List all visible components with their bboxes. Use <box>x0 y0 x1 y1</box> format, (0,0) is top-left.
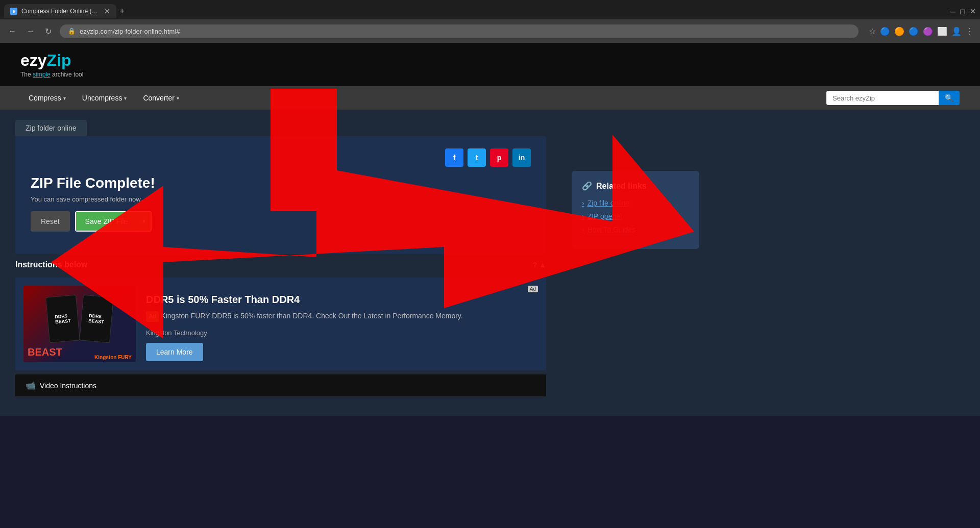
related-link-how-to-guides[interactable]: › How To Guides <box>582 225 689 234</box>
nav-converter[interactable]: Converter ▾ <box>135 88 187 108</box>
nav-uncompress[interactable]: Uncompress ▾ <box>74 88 135 108</box>
site-header: ezyZip The simple archive tool <box>0 43 980 86</box>
related-links-title: 🔗 Related links <box>582 181 689 191</box>
ad-image: DDR5BEAST DDR5BEAST BEAST Kingston FURY <box>23 286 136 362</box>
chevron-icon-2: › <box>582 212 584 220</box>
facebook-button[interactable]: f <box>445 148 463 167</box>
facebook-icon: f <box>453 154 456 162</box>
save-zip-group: Save ZIP File ▾ <box>75 211 152 232</box>
logo-ezy: ezy <box>20 51 47 69</box>
ad-badge-icon: Ad <box>149 312 156 321</box>
logo-tagline-simple: simple <box>33 71 51 78</box>
extensions-puzzle-icon[interactable]: ⬜ <box>937 27 947 36</box>
related-link-zip-file-online[interactable]: › Zip file online <box>582 199 689 207</box>
twitter-icon: t <box>476 154 478 162</box>
menu-icon[interactable]: ⋮ <box>966 27 974 36</box>
back-button[interactable]: ← <box>6 24 18 38</box>
close-window-icon[interactable]: ✕ <box>970 7 976 15</box>
tab-bar: e Compress Folder Online (No lim... ✕ + … <box>0 0 980 19</box>
ad-badge: Ad <box>146 311 159 322</box>
related-link-how-to-guides-label: How To Guides <box>587 225 636 234</box>
new-tab-button[interactable]: + <box>119 6 125 17</box>
reset-button[interactable]: Reset <box>31 211 70 232</box>
reload-button[interactable]: ↻ <box>43 24 54 38</box>
extension-icon-3[interactable]: 🔵 <box>909 27 919 36</box>
instructions-bar: Instructions below ? ▲ <box>15 254 546 273</box>
page-tab[interactable]: Zip folder online <box>15 120 87 136</box>
logo-zip: Zip <box>47 51 71 69</box>
uncompress-chevron-icon: ▾ <box>124 95 127 101</box>
pinterest-button[interactable]: p <box>490 148 508 167</box>
tab-close-button[interactable]: ✕ <box>104 7 110 15</box>
tab-title: Compress Folder Online (No lim... <box>21 8 98 15</box>
ad-description: Ad Kingston FURY DDR5 is 50% faster than… <box>146 311 538 325</box>
instructions-label: Instructions below <box>15 260 87 269</box>
social-icons: f t p in <box>31 148 531 167</box>
chevron-icon-1: › <box>582 199 584 207</box>
compress-label: Compress <box>29 94 61 102</box>
browser-actions: ☆ 🔵 🟠 🔵 🟣 ⬜ 👤 ⋮ <box>869 27 974 36</box>
nav-menu: Compress ▾ Uncompress ▾ Converter ▾ <box>20 88 187 108</box>
video-icon: 📹 <box>26 381 36 390</box>
related-link-zip-file-online-label: Zip file online <box>587 199 630 207</box>
zip-complete-subtitle: You can save compressed folder now. <box>31 195 531 203</box>
bookmark-icon[interactable]: ☆ <box>869 27 876 36</box>
content-box: f t p in ZIP File Complete! You can save… <box>15 136 546 254</box>
linkedin-icon: in <box>519 154 525 162</box>
pinterest-icon: p <box>497 154 502 162</box>
extension-icon-4[interactable]: 🟣 <box>923 27 933 36</box>
nav-compress[interactable]: Compress ▾ <box>20 88 74 108</box>
related-link-zip-opener-label: ZIP opener <box>587 212 623 220</box>
save-zip-dropdown-button[interactable]: ▾ <box>137 212 151 231</box>
chevron-icon-3: › <box>582 225 584 234</box>
lock-icon: 🔒 <box>68 28 76 35</box>
converter-label: Converter <box>143 94 174 102</box>
ad-corner-badge: Ad <box>146 286 538 292</box>
minimize-icon: – <box>950 6 955 17</box>
converter-chevron-icon: ▾ <box>177 95 179 101</box>
extension-icon-1[interactable]: 🔵 <box>880 27 890 36</box>
main-layout: Zip folder online f t p in <box>0 110 980 416</box>
video-label: Video Instructions <box>40 382 96 390</box>
related-link-zip-opener[interactable]: › ZIP opener <box>582 212 689 220</box>
related-links-box: 🔗 Related links › Zip file online › ZIP … <box>572 171 699 249</box>
url-bar[interactable]: 🔒 ezyzip.com/zip-folder-online.html# <box>60 24 859 38</box>
website-wrapper: ezyZip The simple archive tool Compress … <box>0 43 980 416</box>
action-buttons: Reset Save ZIP File ▾ <box>31 211 531 232</box>
forward-button[interactable]: → <box>24 24 37 38</box>
site-nav: Compress ▾ Uncompress ▾ Converter ▾ 🔍 <box>0 86 980 110</box>
instructions-help-icon[interactable]: ? ▲ <box>533 261 546 269</box>
tab-favicon: e <box>10 8 17 15</box>
main-content: Zip folder online f t p in <box>0 110 561 416</box>
ad-description-text: Kingston FURY DDR5 is 50% faster than DD… <box>161 312 462 320</box>
twitter-button[interactable]: t <box>468 148 486 167</box>
related-links-heading: Related links <box>596 182 647 191</box>
save-zip-button[interactable]: Save ZIP File <box>76 212 137 231</box>
linkedin-button[interactable]: in <box>512 148 531 167</box>
browser-chrome: e Compress Folder Online (No lim... ✕ + … <box>0 0 980 43</box>
ad-section: DDR5BEAST DDR5BEAST BEAST Kingston FURY … <box>15 278 546 370</box>
restore-icon: ◻ <box>960 7 966 15</box>
ad-content: Ad DDR5 is 50% Faster Than DDR4 Ad Kings… <box>146 286 538 361</box>
address-bar: ← → ↻ 🔒 ezyzip.com/zip-folder-online.htm… <box>0 19 980 43</box>
logo-tagline: The simple archive tool <box>20 71 83 78</box>
learn-more-button[interactable]: Learn More <box>146 343 203 361</box>
active-tab[interactable]: e Compress Folder Online (No lim... ✕ <box>4 4 116 18</box>
sidebar: 🔗 Related links › Zip file online › ZIP … <box>561 110 709 416</box>
zip-complete-title: ZIP File Complete! <box>31 175 531 191</box>
link-icon: 🔗 <box>582 181 592 191</box>
profile-icon[interactable]: 👤 <box>951 27 962 36</box>
logo-text: ezyZip <box>20 51 83 70</box>
url-text: ezyzip.com/zip-folder-online.html# <box>80 28 180 35</box>
search-input[interactable] <box>826 91 939 105</box>
video-section: 📹 Video Instructions <box>15 374 546 396</box>
page-tab-label: Zip folder online <box>26 124 77 132</box>
search-button[interactable]: 🔍 <box>939 91 960 105</box>
logo[interactable]: ezyZip The simple archive tool <box>20 51 83 78</box>
ad-company: Kingston Technology <box>146 329 538 337</box>
nav-search: 🔍 <box>826 91 960 105</box>
extension-icon-2[interactable]: 🟠 <box>894 27 904 36</box>
ad-title: DDR5 is 50% Faster Than DDR4 <box>146 294 538 306</box>
compress-chevron-icon: ▾ <box>63 95 66 101</box>
uncompress-label: Uncompress <box>82 94 122 102</box>
